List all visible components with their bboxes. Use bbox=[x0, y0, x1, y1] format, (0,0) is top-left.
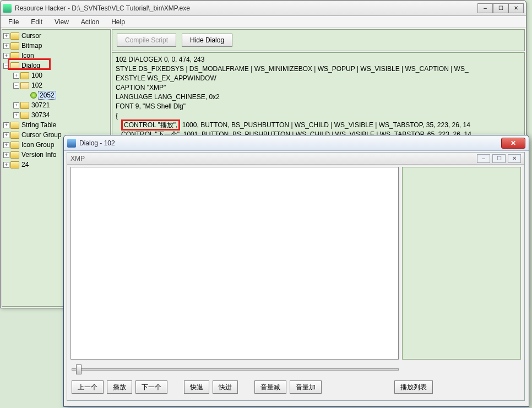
resource-leaf-icon bbox=[30, 92, 37, 99]
menu-file[interactable]: File bbox=[3, 17, 24, 27]
playlist-button[interactable]: 播放列表 bbox=[394, 380, 433, 394]
dialog-title: Dialog - 102 bbox=[79, 139, 501, 147]
forward-button[interactable]: 快进 bbox=[213, 380, 238, 394]
xmp-content: 上一个 播放 下一个 快退 快进 音量减 音量加 播放列表 bbox=[67, 165, 524, 400]
tree-label: 30734 bbox=[30, 111, 51, 119]
tree-dialog-100[interactable]: +100 bbox=[13, 70, 109, 80]
folder-icon bbox=[10, 142, 19, 149]
folder-icon bbox=[10, 32, 19, 40]
video-area[interactable] bbox=[70, 167, 399, 360]
tree-label: String Table bbox=[20, 121, 57, 129]
code-line bbox=[116, 121, 121, 129]
volup-button[interactable]: 音量加 bbox=[290, 380, 322, 394]
highlight-control-play: CONTROL "播放", bbox=[121, 119, 180, 130]
xmp-caption: XMP bbox=[70, 155, 85, 162]
tree-dialog-102-2052[interactable]: 2052 bbox=[23, 90, 109, 100]
dialog-close-button[interactable]: ✕ bbox=[501, 138, 525, 149]
folder-icon bbox=[20, 112, 29, 119]
folder-icon bbox=[10, 151, 19, 159]
tree-label: Version Info bbox=[20, 151, 57, 159]
tree-dialog[interactable]: −Dialog bbox=[3, 61, 109, 70]
expand-icon[interactable]: + bbox=[13, 73, 19, 79]
window-controls: – ☐ ✕ bbox=[477, 3, 524, 13]
xmp-close-button[interactable]: ✕ bbox=[508, 154, 521, 163]
tree-label: Dialog bbox=[20, 62, 41, 69]
next-button[interactable]: 下一个 bbox=[135, 380, 167, 394]
player-buttons: 上一个 播放 下一个 快退 快进 音量减 音量加 播放列表 bbox=[72, 380, 433, 394]
folder-open-icon bbox=[20, 82, 29, 89]
expand-icon[interactable]: + bbox=[3, 43, 9, 49]
xmp-maximize-button[interactable]: ☐ bbox=[492, 154, 506, 163]
voldown-button[interactable]: 音量减 bbox=[254, 380, 286, 394]
app-icon bbox=[3, 4, 12, 13]
tree-label: Icon bbox=[20, 52, 35, 59]
tree-dialog-30734[interactable]: +30734 bbox=[13, 110, 109, 120]
tree-label: 30721 bbox=[30, 101, 51, 109]
code-line: CAPTION "XMP" bbox=[116, 84, 166, 91]
progress-slider[interactable] bbox=[72, 363, 399, 376]
code-line: 102 DIALOGEX 0, 0, 474, 243 bbox=[116, 56, 204, 63]
folder-icon bbox=[10, 42, 19, 50]
folder-icon bbox=[10, 161, 19, 168]
folder-icon bbox=[20, 102, 29, 109]
main-titlebar[interactable]: Resource Hacker - D:\_SVNTest\VLC Tutori… bbox=[1, 1, 526, 16]
tree-dialog-102[interactable]: −102 bbox=[13, 80, 109, 90]
tree-label: 2052 bbox=[38, 91, 56, 100]
expand-icon[interactable]: + bbox=[3, 33, 9, 39]
folder-icon bbox=[20, 72, 29, 79]
xmp-minimize-button[interactable]: – bbox=[477, 154, 490, 163]
code-line: { bbox=[116, 112, 118, 119]
menu-view[interactable]: View bbox=[49, 17, 74, 27]
expand-icon[interactable]: + bbox=[13, 102, 19, 108]
menu-action[interactable]: Action bbox=[75, 17, 105, 27]
menu-edit[interactable]: Edit bbox=[25, 17, 48, 27]
tree-bitmap[interactable]: +Bitmap bbox=[3, 41, 109, 51]
tree-icon[interactable]: +Icon bbox=[3, 51, 109, 61]
expand-icon[interactable]: + bbox=[3, 132, 9, 138]
tree-label: Icon Group bbox=[20, 141, 55, 149]
tree-cursor[interactable]: +Cursor bbox=[3, 31, 109, 41]
code-line: LANGUAGE LANG_CHINESE, 0x2 bbox=[116, 93, 220, 101]
playlist-area[interactable] bbox=[402, 167, 521, 360]
minimize-button[interactable]: – bbox=[477, 3, 493, 13]
tree-label: 100 bbox=[30, 72, 44, 79]
tree-label: Cursor bbox=[20, 32, 42, 40]
expand-icon[interactable]: + bbox=[3, 53, 9, 59]
slider-thumb[interactable] bbox=[76, 365, 82, 374]
xmp-titlebar[interactable]: XMP – ☐ ✕ bbox=[67, 153, 524, 165]
code-line: STYLE DS_FIXEDSYS | DS_MODALFRAME | WS_M… bbox=[116, 65, 469, 73]
tree-label: Cursor Group bbox=[20, 131, 63, 139]
tree-label: Bitmap bbox=[20, 42, 43, 50]
compile-script-button[interactable]: Compile Script bbox=[117, 34, 176, 47]
menu-help[interactable]: Help bbox=[106, 17, 131, 27]
xmp-window: XMP – ☐ ✕ 上一个 播放 下一个 bbox=[67, 152, 525, 401]
expand-icon[interactable]: + bbox=[3, 162, 9, 168]
play-button[interactable]: 播放 bbox=[107, 380, 132, 394]
folder-icon bbox=[10, 122, 19, 129]
tree-label: 24 bbox=[20, 161, 30, 168]
maximize-button[interactable]: ☐ bbox=[493, 3, 508, 13]
expand-icon[interactable]: + bbox=[3, 142, 9, 148]
expand-icon[interactable]: + bbox=[3, 122, 9, 128]
code-line: 1000, BUTTON, BS_PUSHBUTTON | WS_CHILD |… bbox=[180, 121, 470, 129]
dialog-titlebar[interactable]: Dialog - 102 ✕ bbox=[64, 135, 529, 151]
window-title: Resource Hacker - D:\_SVNTest\VLC Tutori… bbox=[15, 4, 477, 12]
hide-dialog-button[interactable]: Hide Dialog bbox=[182, 34, 232, 47]
script-toolbar: Compile Script Hide Dialog bbox=[112, 29, 525, 51]
code-line: EXSTYLE WS_EX_APPWINDOW bbox=[116, 74, 216, 82]
collapse-icon[interactable]: − bbox=[3, 63, 9, 69]
rewind-button[interactable]: 快退 bbox=[184, 380, 209, 394]
folder-icon bbox=[10, 132, 19, 139]
tree-stringtable[interactable]: +String Table bbox=[3, 120, 109, 130]
menubar: File Edit View Action Help bbox=[1, 16, 526, 28]
expand-icon[interactable]: + bbox=[13, 112, 19, 118]
expand-icon[interactable]: + bbox=[3, 152, 9, 158]
slider-track bbox=[72, 368, 399, 371]
close-button[interactable]: ✕ bbox=[508, 3, 524, 13]
prev-button[interactable]: 上一个 bbox=[72, 380, 104, 394]
tree-dialog-30721[interactable]: +30721 bbox=[13, 100, 109, 110]
dialog-preview-window[interactable]: Dialog - 102 ✕ XMP – ☐ ✕ bbox=[63, 135, 529, 407]
code-line: FONT 9, "MS Shell Dlg" bbox=[116, 102, 186, 110]
tree-label: 102 bbox=[30, 81, 44, 89]
collapse-icon[interactable]: − bbox=[13, 83, 19, 89]
